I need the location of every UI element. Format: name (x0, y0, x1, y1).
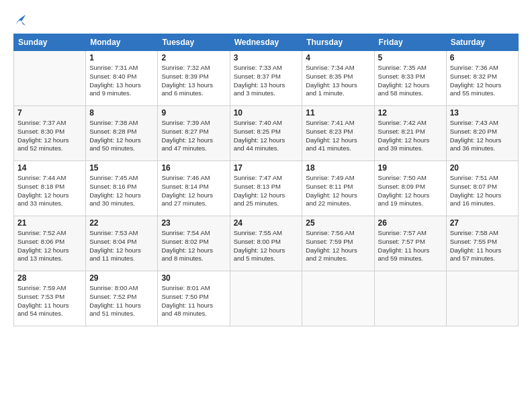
weekday-header-cell: Thursday (302, 34, 374, 51)
day-number: 27 (450, 218, 515, 228)
day-info: Sunrise: 7:52 AM Sunset: 8:06 PM Dayligh… (17, 229, 82, 263)
day-info: Sunrise: 7:43 AM Sunset: 8:20 PM Dayligh… (450, 119, 515, 153)
day-info: Sunrise: 7:41 AM Sunset: 8:23 PM Dayligh… (306, 119, 370, 153)
calendar-day-cell (230, 271, 302, 326)
day-info: Sunrise: 7:32 AM Sunset: 8:39 PM Dayligh… (161, 64, 226, 98)
day-info: Sunrise: 7:34 AM Sunset: 8:35 PM Dayligh… (306, 64, 370, 98)
calendar-body: 1Sunrise: 7:31 AM Sunset: 8:40 PM Daylig… (14, 51, 519, 326)
weekday-header-cell: Sunday (14, 34, 86, 51)
calendar-day-cell: 14Sunrise: 7:44 AM Sunset: 8:18 PM Dayli… (14, 161, 86, 216)
day-info: Sunrise: 7:38 AM Sunset: 8:28 PM Dayligh… (89, 119, 154, 153)
calendar-week-row: 21Sunrise: 7:52 AM Sunset: 8:06 PM Dayli… (14, 216, 519, 271)
day-number: 15 (89, 163, 154, 173)
calendar-day-cell (302, 271, 374, 326)
day-info: Sunrise: 7:57 AM Sunset: 7:57 PM Dayligh… (378, 229, 443, 263)
day-info: Sunrise: 7:53 AM Sunset: 8:04 PM Dayligh… (89, 229, 154, 263)
day-info: Sunrise: 8:01 AM Sunset: 7:50 PM Dayligh… (161, 284, 226, 318)
calendar-day-cell: 23Sunrise: 7:54 AM Sunset: 8:02 PM Dayli… (158, 216, 230, 271)
calendar-day-cell: 18Sunrise: 7:49 AM Sunset: 8:11 PM Dayli… (302, 161, 374, 216)
day-number: 29 (89, 273, 154, 283)
weekday-header-cell: Monday (86, 34, 158, 51)
day-info: Sunrise: 7:58 AM Sunset: 7:55 PM Dayligh… (450, 229, 515, 263)
day-number: 7 (17, 108, 82, 118)
calendar-day-cell: 8Sunrise: 7:38 AM Sunset: 8:28 PM Daylig… (86, 106, 158, 161)
day-info: Sunrise: 7:55 AM Sunset: 8:00 PM Dayligh… (234, 229, 299, 263)
day-number: 2 (161, 53, 226, 62)
day-number: 12 (378, 108, 443, 118)
weekday-header-cell: Saturday (446, 34, 518, 51)
day-number: 6 (450, 53, 515, 62)
day-number: 11 (306, 108, 370, 118)
calendar-day-cell: 22Sunrise: 7:53 AM Sunset: 8:04 PM Dayli… (86, 216, 158, 271)
day-info: Sunrise: 7:31 AM Sunset: 8:40 PM Dayligh… (89, 64, 154, 98)
calendar-day-cell: 24Sunrise: 7:55 AM Sunset: 8:00 PM Dayli… (230, 216, 302, 271)
day-number: 3 (234, 53, 299, 62)
day-info: Sunrise: 7:44 AM Sunset: 8:18 PM Dayligh… (17, 174, 82, 208)
calendar-day-cell: 16Sunrise: 7:46 AM Sunset: 8:14 PM Dayli… (158, 161, 230, 216)
day-info: Sunrise: 8:00 AM Sunset: 7:52 PM Dayligh… (89, 284, 154, 318)
calendar-day-cell: 5Sunrise: 7:35 AM Sunset: 8:33 PM Daylig… (374, 51, 446, 106)
day-info: Sunrise: 7:46 AM Sunset: 8:14 PM Dayligh… (161, 174, 226, 208)
calendar-day-cell: 4Sunrise: 7:34 AM Sunset: 8:35 PM Daylig… (302, 51, 374, 106)
day-number: 21 (17, 218, 82, 228)
weekday-header-cell: Friday (374, 34, 446, 51)
day-info: Sunrise: 7:45 AM Sunset: 8:16 PM Dayligh… (89, 174, 154, 208)
calendar-day-cell: 6Sunrise: 7:36 AM Sunset: 8:32 PM Daylig… (446, 51, 518, 106)
day-info: Sunrise: 7:51 AM Sunset: 8:07 PM Dayligh… (450, 174, 515, 208)
day-info: Sunrise: 7:50 AM Sunset: 8:09 PM Dayligh… (378, 174, 443, 208)
day-number: 1 (89, 53, 154, 62)
day-number: 20 (450, 163, 515, 173)
day-info: Sunrise: 7:54 AM Sunset: 8:02 PM Dayligh… (161, 229, 226, 263)
day-number: 30 (161, 273, 226, 283)
day-info: Sunrise: 7:35 AM Sunset: 8:33 PM Dayligh… (378, 64, 443, 98)
calendar-day-cell: 19Sunrise: 7:50 AM Sunset: 8:09 PM Dayli… (374, 161, 446, 216)
logo-bird-icon (15, 12, 27, 27)
calendar-week-row: 7Sunrise: 7:37 AM Sunset: 8:30 PM Daylig… (14, 106, 519, 161)
calendar-week-row: 14Sunrise: 7:44 AM Sunset: 8:18 PM Dayli… (14, 161, 519, 216)
day-number: 25 (306, 218, 370, 228)
calendar-day-cell: 3Sunrise: 7:33 AM Sunset: 8:37 PM Daylig… (230, 51, 302, 106)
day-info: Sunrise: 7:40 AM Sunset: 8:25 PM Dayligh… (234, 119, 299, 153)
day-number: 17 (234, 163, 299, 173)
calendar-day-cell: 1Sunrise: 7:31 AM Sunset: 8:40 PM Daylig… (86, 51, 158, 106)
calendar-day-cell: 17Sunrise: 7:47 AM Sunset: 8:13 PM Dayli… (230, 161, 302, 216)
day-number: 5 (378, 53, 443, 62)
weekday-header-cell: Wednesday (230, 34, 302, 51)
day-number: 23 (161, 218, 226, 228)
day-number: 8 (89, 108, 154, 118)
calendar-day-cell: 12Sunrise: 7:42 AM Sunset: 8:21 PM Dayli… (374, 106, 446, 161)
day-info: Sunrise: 7:49 AM Sunset: 8:11 PM Dayligh… (306, 174, 370, 208)
day-number: 10 (234, 108, 299, 118)
calendar-day-cell: 21Sunrise: 7:52 AM Sunset: 8:06 PM Dayli… (14, 216, 86, 271)
day-number: 13 (450, 108, 515, 118)
logo (13, 12, 27, 27)
calendar-day-cell: 27Sunrise: 7:58 AM Sunset: 7:55 PM Dayli… (446, 216, 518, 271)
page-header (13, 12, 519, 27)
day-number: 28 (17, 273, 82, 283)
calendar-day-cell: 2Sunrise: 7:32 AM Sunset: 8:39 PM Daylig… (158, 51, 230, 106)
day-number: 26 (378, 218, 443, 228)
day-number: 4 (306, 53, 370, 62)
weekday-header-cell: Tuesday (158, 34, 230, 51)
calendar-day-cell (446, 271, 518, 326)
calendar-day-cell: 26Sunrise: 7:57 AM Sunset: 7:57 PM Dayli… (374, 216, 446, 271)
day-number: 16 (161, 163, 226, 173)
calendar-table: SundayMondayTuesdayWednesdayThursdayFrid… (13, 34, 519, 326)
calendar-day-cell: 15Sunrise: 7:45 AM Sunset: 8:16 PM Dayli… (86, 161, 158, 216)
calendar-day-cell: 20Sunrise: 7:51 AM Sunset: 8:07 PM Dayli… (446, 161, 518, 216)
calendar-day-cell: 10Sunrise: 7:40 AM Sunset: 8:25 PM Dayli… (230, 106, 302, 161)
day-info: Sunrise: 7:36 AM Sunset: 8:32 PM Dayligh… (450, 64, 515, 98)
day-info: Sunrise: 7:39 AM Sunset: 8:27 PM Dayligh… (161, 119, 226, 153)
calendar-page: SundayMondayTuesdayWednesdayThursdayFrid… (0, 0, 532, 411)
day-info: Sunrise: 7:37 AM Sunset: 8:30 PM Dayligh… (17, 119, 82, 153)
calendar-day-cell: 29Sunrise: 8:00 AM Sunset: 7:52 PM Dayli… (86, 271, 158, 326)
calendar-week-row: 28Sunrise: 7:59 AM Sunset: 7:53 PM Dayli… (14, 271, 519, 326)
day-number: 19 (378, 163, 443, 173)
day-info: Sunrise: 7:56 AM Sunset: 7:59 PM Dayligh… (306, 229, 370, 263)
day-number: 9 (161, 108, 226, 118)
calendar-day-cell: 7Sunrise: 7:37 AM Sunset: 8:30 PM Daylig… (14, 106, 86, 161)
day-info: Sunrise: 7:33 AM Sunset: 8:37 PM Dayligh… (234, 64, 299, 98)
day-number: 18 (306, 163, 370, 173)
calendar-day-cell (374, 271, 446, 326)
calendar-day-cell: 9Sunrise: 7:39 AM Sunset: 8:27 PM Daylig… (158, 106, 230, 161)
